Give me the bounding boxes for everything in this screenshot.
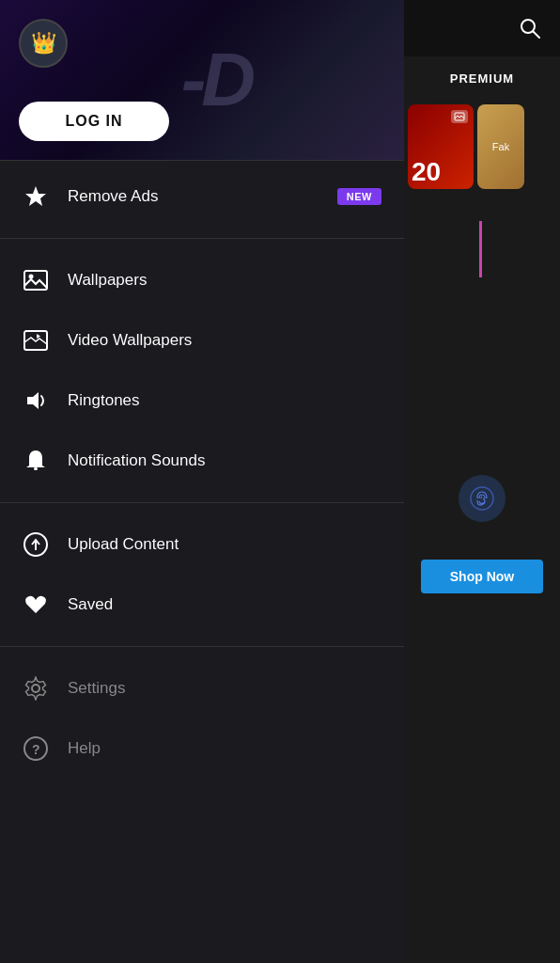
svg-rect-5 bbox=[24, 271, 47, 290]
card-1-number: 20 bbox=[412, 159, 441, 185]
menu-section-2: Wallpapers Video Wallpapers bbox=[0, 245, 404, 497]
menu-item-settings[interactable]: Settings bbox=[0, 658, 404, 718]
upload-icon bbox=[23, 531, 49, 558]
video-image-icon bbox=[23, 327, 49, 354]
shop-now-button[interactable]: Shop Now bbox=[421, 560, 543, 593]
section-divider-2 bbox=[0, 502, 404, 503]
section-divider-3 bbox=[0, 646, 404, 647]
menu-item-video-wallpapers[interactable]: Video Wallpapers bbox=[0, 310, 404, 371]
card-2-label: Fak bbox=[492, 141, 509, 152]
right-panel: PREMIUM 20 Fak Shop Now bbox=[404, 56, 560, 963]
menu-item-remove-ads[interactable]: Remove Ads NEW bbox=[0, 166, 404, 227]
star-icon bbox=[23, 183, 49, 210]
svg-text:?: ? bbox=[32, 742, 40, 757]
menu-item-wallpapers[interactable]: Wallpapers bbox=[0, 250, 404, 310]
svg-marker-4 bbox=[25, 186, 46, 206]
premium-label: PREMIUM bbox=[404, 56, 560, 101]
ringtones-label: Ringtones bbox=[68, 391, 140, 410]
right-bottom: Shop Now bbox=[404, 475, 560, 593]
settings-label: Settings bbox=[68, 679, 125, 698]
image-icon bbox=[23, 267, 49, 293]
pink-accent-line bbox=[479, 221, 482, 277]
speaker-icon bbox=[23, 387, 49, 414]
gear-icon bbox=[23, 675, 49, 702]
heart-icon bbox=[23, 592, 49, 618]
bell-icon bbox=[23, 448, 49, 474]
menu: Remove Ads NEW Wallpapers bbox=[0, 161, 404, 963]
svg-point-12 bbox=[32, 685, 39, 692]
zedge-logo: -D bbox=[181, 37, 251, 123]
new-badge: NEW bbox=[337, 188, 381, 205]
crown-icon: 👑 bbox=[31, 31, 56, 55]
menu-section-3: Upload Content Saved bbox=[0, 509, 404, 640]
wallpapers-label: Wallpapers bbox=[68, 271, 147, 290]
menu-item-notification-sounds[interactable]: Notification Sounds bbox=[0, 431, 404, 491]
menu-item-saved[interactable]: Saved bbox=[0, 575, 404, 635]
question-icon: ? bbox=[23, 735, 49, 762]
navigation-drawer: 👑 -D LOG IN Remove Ads NEW bbox=[0, 0, 404, 963]
saved-label: Saved bbox=[68, 595, 113, 614]
drawer-header: 👑 -D LOG IN bbox=[0, 0, 404, 160]
svg-line-1 bbox=[534, 32, 540, 39]
right-cards: 20 Fak bbox=[404, 101, 560, 193]
svg-point-3 bbox=[471, 487, 493, 510]
card-2: Fak bbox=[477, 104, 524, 189]
menu-section-1: Remove Ads NEW bbox=[0, 161, 404, 232]
upload-content-label: Upload Content bbox=[68, 535, 179, 554]
help-label: Help bbox=[68, 739, 101, 758]
menu-item-help[interactable]: ? Help bbox=[0, 718, 404, 779]
zedge-logo-text: -D bbox=[181, 38, 251, 121]
menu-section-4: Settings ? Help bbox=[0, 653, 404, 784]
avatar[interactable]: 👑 bbox=[19, 19, 68, 68]
menu-item-ringtones[interactable]: Ringtones bbox=[0, 371, 404, 431]
svg-rect-9 bbox=[34, 467, 38, 470]
remove-ads-label: Remove Ads bbox=[68, 187, 158, 206]
menu-item-upload-content[interactable]: Upload Content bbox=[0, 514, 404, 575]
fingerprint-icon bbox=[459, 475, 506, 522]
notification-sounds-label: Notification Sounds bbox=[68, 451, 205, 470]
search-icon[interactable] bbox=[519, 17, 541, 39]
card-1: 20 bbox=[408, 104, 474, 189]
login-button[interactable]: LOG IN bbox=[19, 102, 169, 141]
video-wallpapers-label: Video Wallpapers bbox=[68, 331, 192, 350]
section-divider-1 bbox=[0, 238, 404, 239]
svg-marker-8 bbox=[27, 392, 39, 409]
